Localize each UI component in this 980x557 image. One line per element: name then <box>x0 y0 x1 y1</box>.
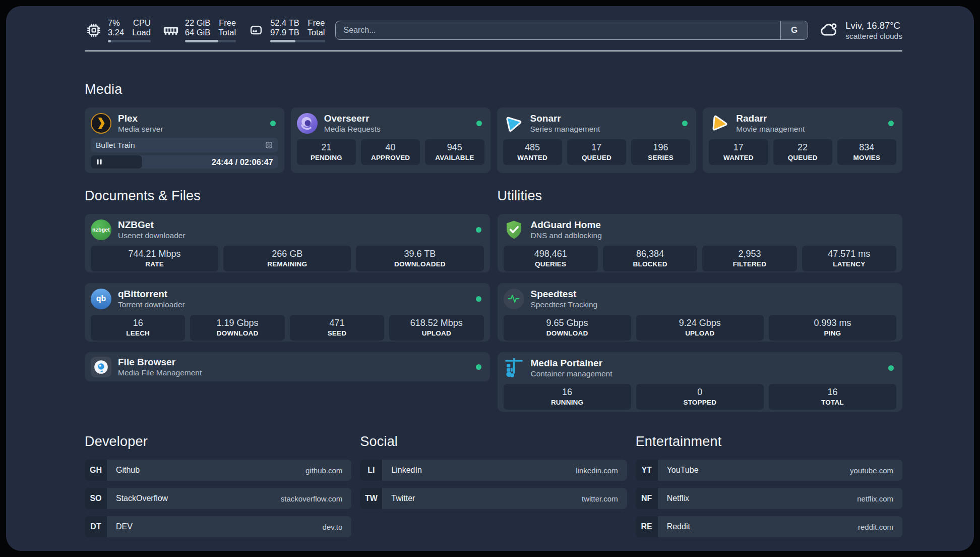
pause-button[interactable] <box>91 155 142 169</box>
app-card-portainer[interactable]: Media Portainer Container management 16 … <box>498 352 903 412</box>
app-card-overseerr[interactable]: Overseerr Media Requests 21 PENDING 40 A… <box>291 107 491 173</box>
weather-location-temp: Lviv, 16.87°C <box>845 20 902 31</box>
app-card-filebrowser[interactable]: File Browser Media File Management <box>85 352 490 381</box>
stat-value: 17 <box>569 142 624 153</box>
dashboard-content: 7% 3.24 CPU Load <box>6 6 974 544</box>
bookmark-youtube[interactable]: YT YouTube youtube.com <box>636 460 902 481</box>
nzbget-icon: nzbget <box>91 219 111 240</box>
stat-value: 744.21 Mbps <box>93 248 216 260</box>
bookmark-name: Twitter <box>391 494 415 503</box>
stat-value: 834 <box>839 142 894 153</box>
stat-value: 16 <box>506 386 629 398</box>
ram-progress-bar <box>185 40 236 42</box>
system-stats: 7% 3.24 CPU Load <box>85 18 325 42</box>
app-card-qbittorrent[interactable]: qb qBittorrent Torrent downloader 16 LEE… <box>85 283 490 342</box>
stat-value: 618.52 Mbps <box>391 317 481 329</box>
stat-value: 945 <box>427 142 482 153</box>
bookmark-tag: GH <box>85 460 107 481</box>
plex-icon <box>91 113 111 134</box>
status-dot-online <box>476 364 481 370</box>
status-dot-online <box>888 365 894 371</box>
app-title: Speedtest <box>531 288 598 300</box>
stat-value: 9.24 Gbps <box>638 317 762 329</box>
stat-label: DOWNLOAD <box>506 329 629 338</box>
stat-label: RUNNING <box>506 398 629 407</box>
app-card-nzbget[interactable]: nzbget NZBGet Usenet downloader 744.21 M… <box>85 214 490 272</box>
app-card-sonarr[interactable]: Sonarr Series management 485 WANTED 17 Q… <box>497 107 697 173</box>
stat-value: 2,953 <box>704 248 794 260</box>
status-dot-online <box>476 227 481 233</box>
stat-box: 744.21 Mbps RATE <box>91 246 218 271</box>
stat-box: 485 WANTED <box>503 139 562 165</box>
app-card-radarr[interactable]: Radarr Movie management 17 WANTED 22 QUE… <box>703 107 902 173</box>
dashboard-panel: 7% 3.24 CPU Load <box>6 6 974 551</box>
stat-label: REMAINING <box>225 260 349 268</box>
stat-label: UPLOAD <box>638 329 762 338</box>
portainer-icon <box>504 358 524 378</box>
stat-box: 0.993 ms PING <box>769 315 896 341</box>
cpu-stat: 7% 3.24 CPU Load <box>85 18 151 42</box>
app-title: Media Portainer <box>531 357 612 369</box>
adguard-icon <box>504 219 524 240</box>
disk-stat: 52.4 TB 97.9 TB Free Total <box>247 18 325 42</box>
stat-label: UPLOAD <box>391 329 481 338</box>
bookmark-dev[interactable]: DT DEV dev.to <box>85 516 351 537</box>
bookmark-url: github.com <box>305 466 342 475</box>
app-card-speedtest[interactable]: Speedtest Speedtest Tracking 9.65 Gbps D… <box>498 283 903 342</box>
app-title: Radarr <box>736 113 805 124</box>
app-subtitle: DNS and adblocking <box>531 231 602 240</box>
bookmark-netflix[interactable]: NF Netflix netflix.com <box>636 488 902 509</box>
bookmark-stackoverflow[interactable]: SO StackOverflow stackoverflow.com <box>85 488 351 509</box>
bookmark-github[interactable]: GH Github github.com <box>85 460 351 481</box>
status-dot-online <box>270 121 276 126</box>
stat-label: FILTERED <box>704 260 794 268</box>
stat-label: SERIES <box>633 153 688 162</box>
stat-box: 17 QUEUED <box>567 139 626 165</box>
cpu-load-label: Load <box>132 28 151 37</box>
radarr-icon <box>709 113 729 134</box>
app-subtitle: Container management <box>531 369 612 378</box>
ram-stat: 22 GiB 64 GiB Free Total <box>162 18 236 42</box>
documents-column: Documents & Files nzbget NZBGet Usenet d… <box>85 188 490 381</box>
section-title-utilities: Utilities <box>498 188 903 204</box>
stat-label: AVAILABLE <box>427 153 482 162</box>
search-input[interactable] <box>336 21 781 39</box>
app-subtitle: Movie management <box>736 124 805 134</box>
bookmark-tag: SO <box>85 488 107 509</box>
stat-value: 0.993 ms <box>771 317 894 329</box>
bookmark-twitter[interactable]: TW Twitter twitter.com <box>360 488 627 509</box>
status-dot-online <box>476 121 482 126</box>
bookmark-reddit[interactable]: RE Reddit reddit.com <box>636 516 902 537</box>
bookmark-name: Netflix <box>667 494 689 503</box>
stat-value: 196 <box>633 142 688 153</box>
stat-value: 16 <box>93 317 183 329</box>
stat-box: 21 PENDING <box>297 139 356 165</box>
app-subtitle: Speedtest Tracking <box>531 300 598 309</box>
search-provider-button[interactable]: G <box>780 21 808 39</box>
stat-value: 485 <box>505 142 560 153</box>
bookmark-linkedin[interactable]: LI LinkedIn linkedin.com <box>360 460 627 481</box>
bookmark-url: stackoverflow.com <box>281 494 343 503</box>
media-cards-row: Plex Media server Bullet Train <box>85 107 902 173</box>
topbar-divider <box>85 50 902 51</box>
app-title: AdGuard Home <box>531 219 602 231</box>
status-dot-online <box>476 296 481 302</box>
cpu-label: CPU <box>133 18 151 28</box>
app-card-plex[interactable]: Plex Media server Bullet Train <box>85 107 284 173</box>
bookmark-group-developer: Developer GH Github github.com SO StackO… <box>85 434 351 544</box>
filebrowser-icon <box>91 357 111 377</box>
stat-value: 266 GB <box>225 248 349 260</box>
speedtest-icon <box>504 289 524 309</box>
cpu-progress-bar <box>108 40 151 42</box>
stat-box: 17 WANTED <box>709 139 768 165</box>
bookmark-url: reddit.com <box>858 523 893 531</box>
bookmark-tag: TW <box>360 488 382 509</box>
stat-box: 1.19 Gbps DOWNLOAD <box>190 315 284 341</box>
status-dot-online <box>888 121 894 126</box>
section-title-media: Media <box>85 82 902 97</box>
app-title: qBittorrent <box>118 288 185 300</box>
app-title: Plex <box>118 113 163 124</box>
search-bar: G <box>335 21 809 40</box>
app-card-adguard[interactable]: AdGuard Home DNS and adblocking 498,461 … <box>498 214 903 272</box>
bookmark-tag: DT <box>85 516 107 537</box>
